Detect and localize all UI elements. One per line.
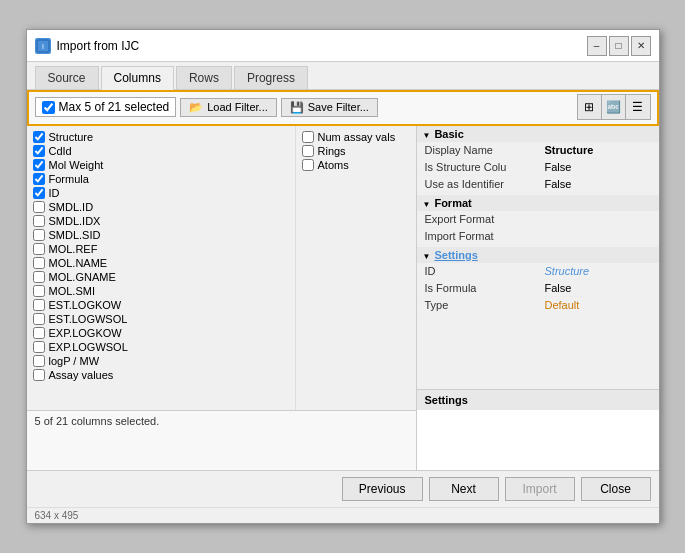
checkbox-rings[interactable] bbox=[302, 145, 314, 157]
settings-section-header[interactable]: Settings bbox=[417, 247, 659, 263]
checkbox-molgname[interactable] bbox=[33, 271, 45, 283]
list-item[interactable]: SMDL.IDX bbox=[31, 214, 291, 228]
tab-rows[interactable]: Rows bbox=[176, 66, 232, 89]
sort-az-button[interactable]: 🔤 bbox=[602, 95, 626, 119]
prop-label-settingsid: ID bbox=[425, 265, 545, 277]
columns-area: Structure CdId Mol Weight Formula bbox=[27, 126, 416, 410]
format-section-header[interactable]: Format bbox=[417, 195, 659, 211]
minimize-button[interactable]: – bbox=[587, 36, 607, 56]
prop-value-useasid: False bbox=[545, 178, 572, 190]
view-icon-group: ⊞ 🔤 ☰ bbox=[577, 94, 651, 120]
basic-section-header[interactable]: Basic bbox=[417, 126, 659, 142]
max-selected-group: Max 5 of 21 selected bbox=[35, 97, 177, 117]
max-selected-checkbox[interactable] bbox=[42, 101, 55, 114]
checkbox-explogwsol[interactable] bbox=[33, 341, 45, 353]
main-window: I Import from IJC – □ ✕ Source Columns R… bbox=[26, 29, 660, 524]
prop-value-type: Default bbox=[545, 299, 580, 311]
list-item[interactable]: Rings bbox=[300, 144, 412, 158]
checkbox-id[interactable] bbox=[33, 187, 45, 199]
checkbox-smdlidx[interactable] bbox=[33, 215, 45, 227]
prop-row-type: Type Default bbox=[417, 297, 659, 314]
list-item[interactable]: EST.LOGKOW bbox=[31, 298, 291, 312]
maximize-button[interactable]: □ bbox=[609, 36, 629, 56]
settings-area bbox=[417, 410, 659, 470]
list-item[interactable]: Atoms bbox=[300, 158, 412, 172]
toolbar: Max 5 of 21 selected 📂 Load Filter... 💾 … bbox=[27, 90, 659, 126]
save-filter-button[interactable]: 💾 Save Filter... bbox=[281, 98, 378, 117]
list-item[interactable]: Assay values bbox=[31, 368, 291, 382]
prop-row-isformula: Is Formula False bbox=[417, 280, 659, 297]
list-item[interactable]: logP / MW bbox=[31, 354, 291, 368]
list-item[interactable]: MOL.NAME bbox=[31, 256, 291, 270]
close-window-button[interactable]: ✕ bbox=[631, 36, 651, 56]
settings-props-label: Settings bbox=[434, 249, 477, 261]
next-button[interactable]: Next bbox=[429, 477, 499, 501]
list-item[interactable]: SMDL.ID bbox=[31, 200, 291, 214]
list-item[interactable]: MOL.SMI bbox=[31, 284, 291, 298]
checkbox-estlogwsol[interactable] bbox=[33, 313, 45, 325]
format-label: Format bbox=[434, 197, 471, 209]
columns-selected-text: 5 of 21 columns selected. bbox=[35, 415, 160, 427]
list-item[interactable]: CdId bbox=[31, 144, 291, 158]
list-item[interactable]: EXP.LOGWSOL bbox=[31, 340, 291, 354]
tab-progress[interactable]: Progress bbox=[234, 66, 308, 89]
checkbox-smdlid[interactable] bbox=[33, 201, 45, 213]
prop-value-isformula: False bbox=[545, 282, 572, 294]
prop-label-isstructurecol: Is Structure Colu bbox=[425, 161, 545, 173]
tab-source[interactable]: Source bbox=[35, 66, 99, 89]
column-list-secondary: Num assay vals Rings Atoms bbox=[296, 126, 416, 410]
prop-value-displayname: Structure bbox=[545, 144, 594, 156]
close-button[interactable]: Close bbox=[581, 477, 651, 501]
left-panel: Structure CdId Mol Weight Formula bbox=[27, 126, 417, 470]
tab-columns[interactable]: Columns bbox=[101, 66, 174, 90]
prop-row-useasid: Use as Identifier False bbox=[417, 176, 659, 193]
list-item[interactable]: EST.LOGWSOL bbox=[31, 312, 291, 326]
grid-view-button[interactable]: ⊞ bbox=[578, 95, 602, 119]
status-bar: 634 x 495 bbox=[27, 507, 659, 523]
load-filter-button[interactable]: 📂 Load Filter... bbox=[180, 98, 277, 117]
prop-row-displayname: Display Name Structure bbox=[417, 142, 659, 159]
prop-label-isformula: Is Formula bbox=[425, 282, 545, 294]
basic-chevron-icon bbox=[423, 128, 431, 140]
list-item[interactable]: Formula bbox=[31, 172, 291, 186]
checkbox-formula[interactable] bbox=[33, 173, 45, 185]
list-view-button[interactable]: ☰ bbox=[626, 95, 650, 119]
main-content: Structure CdId Mol Weight Formula bbox=[27, 126, 659, 470]
save-filter-icon: 💾 bbox=[290, 101, 304, 114]
title-bar-controls: – □ ✕ bbox=[587, 36, 651, 56]
checkbox-atoms[interactable] bbox=[302, 159, 314, 171]
prop-value-isstructurecol: False bbox=[545, 161, 572, 173]
checkbox-estlogkow[interactable] bbox=[33, 299, 45, 311]
checkbox-structure[interactable] bbox=[33, 131, 45, 143]
list-item[interactable]: EXP.LOGKOW bbox=[31, 326, 291, 340]
checkbox-molname[interactable] bbox=[33, 257, 45, 269]
title-bar: I Import from IJC – □ ✕ bbox=[27, 30, 659, 62]
checkbox-assayvalues[interactable] bbox=[33, 369, 45, 381]
list-item[interactable]: ID bbox=[31, 186, 291, 200]
import-button[interactable]: Import bbox=[505, 477, 575, 501]
prop-row-isstructurecol: Is Structure Colu False bbox=[417, 159, 659, 176]
settings-bottom-header: Settings bbox=[417, 389, 659, 410]
checkbox-cdid[interactable] bbox=[33, 145, 45, 157]
settings-bottom-label: Settings bbox=[425, 394, 468, 406]
checkbox-molref[interactable] bbox=[33, 243, 45, 255]
prop-row-settingsid: ID Structure bbox=[417, 263, 659, 280]
checkbox-molweight[interactable] bbox=[33, 159, 45, 171]
checkbox-smdlsid[interactable] bbox=[33, 229, 45, 241]
column-status: 5 of 21 columns selected. bbox=[27, 410, 416, 470]
checkbox-molsmi[interactable] bbox=[33, 285, 45, 297]
list-item[interactable]: Mol Weight bbox=[31, 158, 291, 172]
checkbox-logpmw[interactable] bbox=[33, 355, 45, 367]
svg-text:I: I bbox=[42, 43, 44, 50]
list-item[interactable]: Num assay vals bbox=[300, 130, 412, 144]
prop-label-useasid: Use as Identifier bbox=[425, 178, 545, 190]
list-item[interactable]: Structure bbox=[31, 130, 291, 144]
list-item[interactable]: SMDL.SID bbox=[31, 228, 291, 242]
prop-value-settingsid: Structure bbox=[545, 265, 590, 277]
right-panel: Basic Display Name Structure Is Structur… bbox=[417, 126, 659, 470]
list-item[interactable]: MOL.REF bbox=[31, 242, 291, 256]
list-item[interactable]: MOL.GNAME bbox=[31, 270, 291, 284]
previous-button[interactable]: Previous bbox=[342, 477, 423, 501]
checkbox-numassayvals[interactable] bbox=[302, 131, 314, 143]
checkbox-explogkow[interactable] bbox=[33, 327, 45, 339]
